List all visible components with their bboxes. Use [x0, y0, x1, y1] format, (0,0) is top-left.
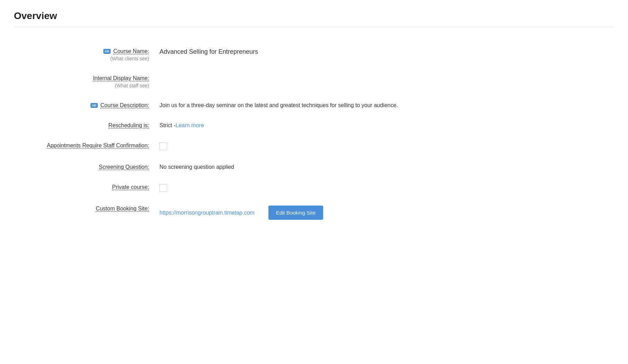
appointments-require-checkbox[interactable] [160, 142, 167, 150]
screening-question-row: Screening Question: No screening questio… [14, 157, 499, 177]
rescheduling-label-col: Rescheduling is: [14, 122, 160, 129]
course-description-row: AB Course Description: Join us for a thr… [14, 95, 499, 115]
course-description-value-col: Join us for a three-day seminar on the l… [160, 102, 499, 109]
internal-display-name-label: Internal Display Name: [93, 75, 149, 81]
screening-question-value-col: No screening question applied [160, 164, 499, 170]
private-course-checkbox[interactable] [160, 184, 167, 192]
course-name-sub-label: (What clients see) [110, 56, 149, 61]
appointments-require-row: Appointments Require Staff Confirmation: [14, 136, 499, 157]
learn-more-link[interactable]: Learn more [175, 122, 204, 129]
appointments-require-label: Appointments Require Staff Confirmation: [47, 142, 149, 149]
internal-display-name-label-col: Internal Display Name: (What staff see) [14, 75, 160, 88]
course-description-label: AB Course Description: [91, 102, 149, 109]
private-course-row: Private course: [14, 177, 499, 199]
course-description-label-col: AB Course Description: [14, 102, 160, 109]
course-name-row: AB Course Name: (What clients see) Advan… [14, 41, 499, 68]
course-name-value-col: Advanced Selling for Entrepreneurs [160, 48, 499, 55]
course-name-label-col: AB Course Name: (What clients see) [14, 48, 160, 61]
rescheduling-row: Rescheduling is: Strict - Learn more [14, 115, 499, 136]
edit-booking-site-button[interactable]: Edit Booking Site [268, 206, 323, 220]
custom-booking-site-value-col: https://morrisongrouptrain.timetap.com E… [160, 206, 499, 220]
rescheduling-prefix: Strict - [160, 122, 175, 129]
rescheduling-value-col: Strict - Learn more [160, 122, 499, 129]
ab-icon-course-description: AB [91, 103, 98, 108]
ab-icon-course-name: AB [103, 49, 111, 54]
custom-booking-site-label: Custom Booking Site: [96, 206, 149, 212]
screening-question-label-col: Screening Question: [14, 164, 160, 170]
custom-booking-site-row: Custom Booking Site: https://morrisongro… [14, 199, 499, 227]
course-description-value: Join us for a three-day seminar on the l… [160, 102, 398, 109]
appointments-require-value-col [160, 142, 499, 150]
custom-booking-site-label-col: Custom Booking Site: [14, 206, 160, 212]
private-course-label-col: Private course: [14, 184, 160, 190]
screening-question-value: No screening question applied [160, 164, 234, 170]
custom-booking-site-link[interactable]: https://morrisongrouptrain.timetap.com [160, 210, 255, 216]
rescheduling-label: Rescheduling is: [109, 122, 149, 129]
course-name-label: AB Course Name: [103, 48, 149, 54]
private-course-value-col [160, 184, 499, 192]
appointments-require-label-col: Appointments Require Staff Confirmation: [14, 142, 160, 149]
course-name-value: Advanced Selling for Entrepreneurs [160, 48, 258, 55]
page-title: Overview [14, 10, 614, 21]
internal-display-name-row: Internal Display Name: (What staff see) [14, 68, 499, 95]
internal-display-name-sub-label: (What staff see) [115, 83, 149, 88]
page-container: Overview AB Course Name: (What clients s… [0, 0, 628, 364]
private-course-label: Private course: [112, 184, 149, 190]
screening-question-label: Screening Question: [99, 164, 149, 170]
section-divider [14, 27, 614, 27]
overview-form: AB Course Name: (What clients see) Advan… [14, 41, 499, 227]
